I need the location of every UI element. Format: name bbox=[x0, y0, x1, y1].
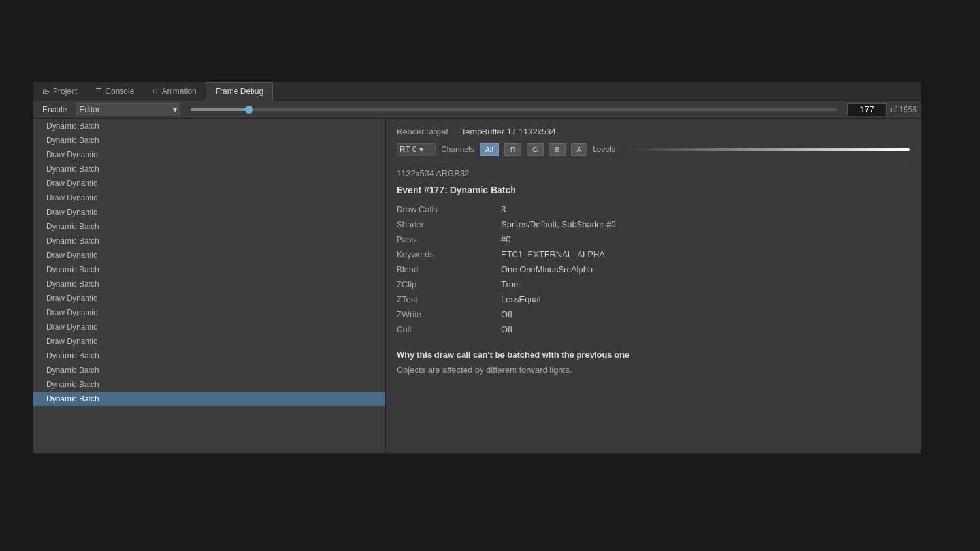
tab-animation-label: Animation bbox=[161, 87, 196, 96]
property-row-7: ZWriteOff bbox=[397, 309, 910, 319]
batch-reason-text: Objects are affected by different forwar… bbox=[397, 365, 910, 375]
list-item[interactable]: Draw Dynamic bbox=[33, 148, 385, 162]
enable-label: Enable bbox=[37, 105, 72, 114]
event-list[interactable]: Dynamic BatchDynamic BatchDraw DynamicDy… bbox=[33, 119, 385, 453]
dropdown-arrow-icon: ▾ bbox=[173, 105, 177, 114]
main-window: 🗁 Project ☰ Console ⊙ Animation Frame De… bbox=[33, 82, 921, 454]
property-value: One OneMinusSrcAlpha bbox=[501, 264, 593, 274]
render-target-label: RenderTarget bbox=[397, 127, 448, 136]
animation-icon: ⊙ bbox=[152, 87, 158, 95]
list-item[interactable]: Dynamic Batch bbox=[33, 377, 385, 392]
property-label: ZClip bbox=[397, 279, 501, 289]
tab-frame-debug-label: Frame Debug bbox=[216, 87, 263, 96]
frame-slider-container bbox=[184, 108, 843, 111]
property-value: 3 bbox=[501, 204, 506, 214]
project-icon: 🗁 bbox=[42, 87, 50, 95]
frame-number-input[interactable]: 177 bbox=[847, 103, 887, 116]
content-area: Dynamic BatchDynamic BatchDraw DynamicDy… bbox=[33, 119, 921, 453]
property-row-3: KeywordsETC1_EXTERNAL_ALPHA bbox=[397, 249, 910, 259]
property-row-5: ZClipTrue bbox=[397, 279, 910, 289]
list-item[interactable]: Dynamic Batch bbox=[33, 349, 385, 363]
list-item[interactable]: Dynamic Batch bbox=[33, 277, 385, 291]
rt-dropdown-arrow: ▾ bbox=[419, 145, 423, 154]
list-item[interactable]: Draw Dynamic bbox=[33, 191, 385, 205]
property-label: Shader bbox=[397, 219, 501, 229]
rt-dropdown-label: RT 0 bbox=[400, 145, 417, 154]
property-value: LessEqual bbox=[501, 294, 541, 304]
list-item[interactable]: Draw Dynamic bbox=[33, 248, 385, 262]
property-label: Draw Calls bbox=[397, 204, 501, 214]
list-item[interactable]: Dynamic Batch bbox=[33, 392, 385, 406]
tab-project[interactable]: 🗁 Project bbox=[33, 82, 86, 101]
list-item[interactable]: Draw Dynamic bbox=[33, 320, 385, 334]
property-label: Keywords bbox=[397, 249, 501, 259]
rt-dropdown[interactable]: RT 0 ▾ bbox=[397, 143, 436, 156]
frame-slider-track[interactable] bbox=[191, 108, 837, 111]
list-item[interactable]: Draw Dynamic bbox=[33, 306, 385, 320]
render-target-value: TempBuffer 17 1132x534 bbox=[461, 127, 556, 136]
channel-g-btn[interactable]: G bbox=[527, 143, 544, 156]
list-item[interactable]: Draw Dynamic bbox=[33, 205, 385, 219]
console-icon: ☰ bbox=[95, 87, 102, 95]
channel-b-btn[interactable]: B bbox=[549, 143, 565, 156]
channels-label: Channels bbox=[441, 145, 474, 154]
property-label: Cull bbox=[397, 324, 501, 334]
tab-console-label: Console bbox=[105, 87, 134, 96]
property-value: True bbox=[501, 279, 518, 289]
right-panel: RenderTarget TempBuffer 17 1132x534 RT 0… bbox=[386, 119, 921, 453]
list-item[interactable]: Dynamic Batch bbox=[33, 262, 385, 277]
channel-r-btn[interactable]: R bbox=[504, 143, 521, 156]
list-item[interactable]: Draw Dynamic bbox=[33, 176, 385, 191]
property-row-1: ShaderSprites/Default, SubShader #0 bbox=[397, 219, 910, 229]
property-row-4: BlendOne OneMinusSrcAlpha bbox=[397, 264, 910, 274]
batch-reason-title: Why this draw call can't be batched with… bbox=[397, 350, 910, 360]
channels-row: RT 0 ▾ Channels All R G B A Levels bbox=[397, 143, 910, 162]
section-divider bbox=[397, 339, 910, 347]
property-row-0: Draw Calls3 bbox=[397, 204, 910, 214]
tab-project-label: Project bbox=[53, 87, 77, 96]
list-item[interactable]: Draw Dynamic bbox=[33, 291, 385, 306]
property-row-2: Pass#0 bbox=[397, 234, 910, 244]
property-row-8: CullOff bbox=[397, 324, 910, 334]
property-value: ETC1_EXTERNAL_ALPHA bbox=[501, 249, 605, 259]
event-title: Event #177: Dynamic Batch bbox=[397, 185, 910, 195]
of-total-label: of 1958 bbox=[890, 105, 917, 114]
left-panel: Dynamic BatchDynamic BatchDraw DynamicDy… bbox=[33, 119, 386, 453]
list-item[interactable]: Dynamic Batch bbox=[33, 234, 385, 248]
tab-frame-debug[interactable]: Frame Debug bbox=[206, 82, 273, 101]
property-label: Pass bbox=[397, 234, 501, 244]
slider-thumb[interactable] bbox=[245, 106, 253, 114]
tab-console[interactable]: ☰ Console bbox=[86, 82, 143, 101]
list-item[interactable]: Dynamic Batch bbox=[33, 219, 385, 234]
list-item[interactable]: Draw Dynamic bbox=[33, 334, 385, 349]
property-row-6: ZTestLessEqual bbox=[397, 294, 910, 304]
property-label: ZWrite bbox=[397, 309, 501, 319]
property-value: Off bbox=[501, 324, 512, 334]
toolbar: Enable Editor ▾ 177 of 1958 bbox=[33, 101, 921, 119]
channel-all-btn[interactable]: All bbox=[480, 143, 499, 156]
channel-a-btn[interactable]: A bbox=[571, 143, 587, 156]
property-value: Sprites/Default, SubShader #0 bbox=[501, 219, 616, 229]
levels-fill bbox=[621, 148, 910, 151]
property-value: Off bbox=[501, 309, 512, 319]
slider-fill bbox=[191, 108, 249, 111]
list-item[interactable]: Dynamic Batch bbox=[33, 162, 385, 176]
list-item[interactable]: Dynamic Batch bbox=[33, 133, 385, 148]
editor-dropdown[interactable]: Editor ▾ bbox=[76, 103, 180, 116]
property-label: Blend bbox=[397, 264, 501, 274]
format-text: 1132x534 ARGB32 bbox=[397, 168, 910, 178]
tab-animation[interactable]: ⊙ Animation bbox=[143, 82, 205, 101]
tab-bar: 🗁 Project ☰ Console ⊙ Animation Frame De… bbox=[33, 82, 921, 101]
list-item[interactable]: Dynamic Batch bbox=[33, 363, 385, 377]
render-target-row: RenderTarget TempBuffer 17 1132x534 bbox=[397, 127, 910, 136]
levels-slider[interactable] bbox=[621, 148, 910, 151]
list-item[interactable]: Dynamic Batch bbox=[33, 119, 385, 133]
properties-list: Draw Calls3ShaderSprites/Default, SubSha… bbox=[397, 204, 910, 334]
editor-option: Editor bbox=[79, 105, 99, 114]
levels-label: Levels bbox=[593, 145, 615, 154]
property-value: #0 bbox=[501, 234, 510, 244]
property-label: ZTest bbox=[397, 294, 501, 304]
